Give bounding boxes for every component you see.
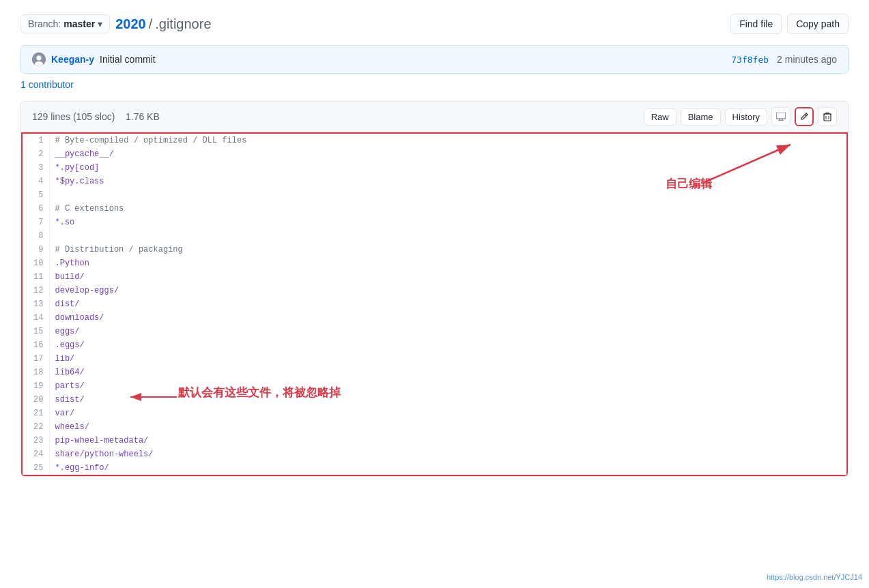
line-code: # Byte-compiled / optimized / DLL files xyxy=(49,133,847,147)
file-view: 129 lines (105 sloc) 1.76 KB Raw Blame H… xyxy=(20,101,849,477)
breadcrumb-separator: / xyxy=(149,16,153,31)
table-row: 3*.py[cod] xyxy=(22,161,847,175)
line-number[interactable]: 25 xyxy=(22,461,49,475)
line-number[interactable]: 12 xyxy=(22,284,49,297)
table-row: 18lib64/ xyxy=(22,366,847,379)
commit-bar-left: Keegan-y Initial commit xyxy=(32,53,156,66)
line-code: lib64/ xyxy=(49,366,847,379)
line-code xyxy=(49,188,847,202)
table-row: 1# Byte-compiled / optimized / DLL files xyxy=(22,133,847,147)
line-code: parts/ xyxy=(49,379,847,393)
table-row: 23pip-wheel-metadata/ xyxy=(22,434,847,447)
svg-line-7 xyxy=(805,115,806,116)
line-code: var/ xyxy=(49,407,847,420)
line-number[interactable]: 16 xyxy=(22,338,49,352)
line-number[interactable]: 15 xyxy=(22,325,49,338)
table-row: 7*.so xyxy=(22,216,847,229)
branch-selector[interactable]: Branch: master ▾ xyxy=(20,14,110,33)
file-actions: Raw Blame History xyxy=(644,107,837,126)
line-number[interactable]: 18 xyxy=(22,366,49,379)
commit-time: 2 minutes ago xyxy=(777,54,837,65)
table-row: 5 xyxy=(22,188,847,202)
line-number[interactable]: 5 xyxy=(22,188,49,202)
table-row: 11build/ xyxy=(22,270,847,284)
commit-message: Initial commit xyxy=(100,54,156,65)
commit-bar-right: 73f8feb 2 minutes ago xyxy=(731,54,837,65)
table-row: 22wheels/ xyxy=(22,420,847,434)
line-number[interactable]: 3 xyxy=(22,161,49,175)
line-code: # Distribution / packaging xyxy=(49,243,847,256)
line-code: develop-eggs/ xyxy=(49,284,847,297)
delete-icon-button[interactable] xyxy=(818,107,837,126)
line-number[interactable]: 10 xyxy=(22,256,49,270)
raw-button[interactable]: Raw xyxy=(644,108,676,126)
edit-icon-button[interactable] xyxy=(795,107,814,126)
copy-path-button[interactable]: Copy path xyxy=(787,14,849,34)
line-number[interactable]: 8 xyxy=(22,229,49,243)
line-code: lib/ xyxy=(49,352,847,366)
commit-hash[interactable]: 73f8feb xyxy=(731,55,769,65)
find-file-button[interactable]: Find file xyxy=(730,14,782,34)
table-row: 10.Python xyxy=(22,256,847,270)
table-row: 13dist/ xyxy=(22,297,847,311)
branch-label: Branch: xyxy=(28,18,61,29)
history-button[interactable]: History xyxy=(725,108,767,126)
chevron-down-icon: ▾ xyxy=(98,18,102,29)
line-code: # C extensions xyxy=(49,202,847,216)
line-code: build/ xyxy=(49,270,847,284)
commit-bar: Keegan-y Initial commit 73f8feb 2 minute… xyxy=(20,45,849,74)
line-code: *.so xyxy=(49,216,847,229)
line-number[interactable]: 17 xyxy=(22,352,49,366)
top-bar-left: Branch: master ▾ 2020/.gitignore xyxy=(20,14,212,33)
code-container: 1# Byte-compiled / optimized / DLL files… xyxy=(21,132,848,476)
contributor-line: 1 contributor xyxy=(20,79,849,90)
line-number[interactable]: 14 xyxy=(22,311,49,325)
line-code: dist/ xyxy=(49,297,847,311)
commit-author-link[interactable]: Keegan-y xyxy=(51,54,94,65)
line-number[interactable]: 19 xyxy=(22,379,49,393)
line-code: .eggs/ xyxy=(49,338,847,352)
table-row: 4*$py.class xyxy=(22,175,847,188)
svg-rect-3 xyxy=(776,113,786,119)
table-row: 24share/python-wheels/ xyxy=(22,447,847,461)
top-bar-right: Find file Copy path xyxy=(730,14,849,34)
table-row: 21var/ xyxy=(22,407,847,420)
file-size: 1.76 KB xyxy=(126,111,160,122)
table-row: 19parts/ xyxy=(22,379,847,393)
line-code: __pycache__/ xyxy=(49,147,847,161)
line-code xyxy=(49,229,847,243)
line-number[interactable]: 20 xyxy=(22,393,49,407)
svg-rect-8 xyxy=(824,114,831,121)
line-code: downloads/ xyxy=(49,311,847,325)
line-number[interactable]: 13 xyxy=(22,297,49,311)
line-code: wheels/ xyxy=(49,420,847,434)
line-number[interactable]: 4 xyxy=(22,175,49,188)
line-code: .Python xyxy=(49,256,847,270)
top-bar: Branch: master ▾ 2020/.gitignore Find fi… xyxy=(20,14,849,34)
line-number[interactable]: 1 xyxy=(22,133,49,147)
line-number[interactable]: 2 xyxy=(22,147,49,161)
breadcrumb-filename: .gitignore xyxy=(155,16,211,31)
line-number[interactable]: 23 xyxy=(22,434,49,447)
breadcrumb: 2020/.gitignore xyxy=(115,16,211,32)
table-row: 12develop-eggs/ xyxy=(22,284,847,297)
line-number[interactable]: 9 xyxy=(22,243,49,256)
file-header: 129 lines (105 sloc) 1.76 KB Raw Blame H… xyxy=(21,102,848,132)
blame-button[interactable]: Blame xyxy=(681,108,721,126)
line-number[interactable]: 6 xyxy=(22,202,49,216)
line-number[interactable]: 22 xyxy=(22,420,49,434)
line-number[interactable]: 24 xyxy=(22,447,49,461)
table-row: 16.eggs/ xyxy=(22,338,847,352)
line-code: pip-wheel-metadata/ xyxy=(49,434,847,447)
avatar xyxy=(32,53,46,66)
desktop-icon-button[interactable] xyxy=(771,107,790,126)
breadcrumb-year-link[interactable]: 2020 xyxy=(115,16,146,31)
contributor-link[interactable]: 1 contributor xyxy=(20,79,74,90)
code-table: 1# Byte-compiled / optimized / DLL files… xyxy=(21,132,848,476)
line-number[interactable]: 11 xyxy=(22,270,49,284)
line-code: eggs/ xyxy=(49,325,847,338)
line-number[interactable]: 7 xyxy=(22,216,49,229)
table-row: 6# C extensions xyxy=(22,202,847,216)
line-number[interactable]: 21 xyxy=(22,407,49,420)
lines-info: 129 lines (105 sloc) xyxy=(32,111,115,122)
